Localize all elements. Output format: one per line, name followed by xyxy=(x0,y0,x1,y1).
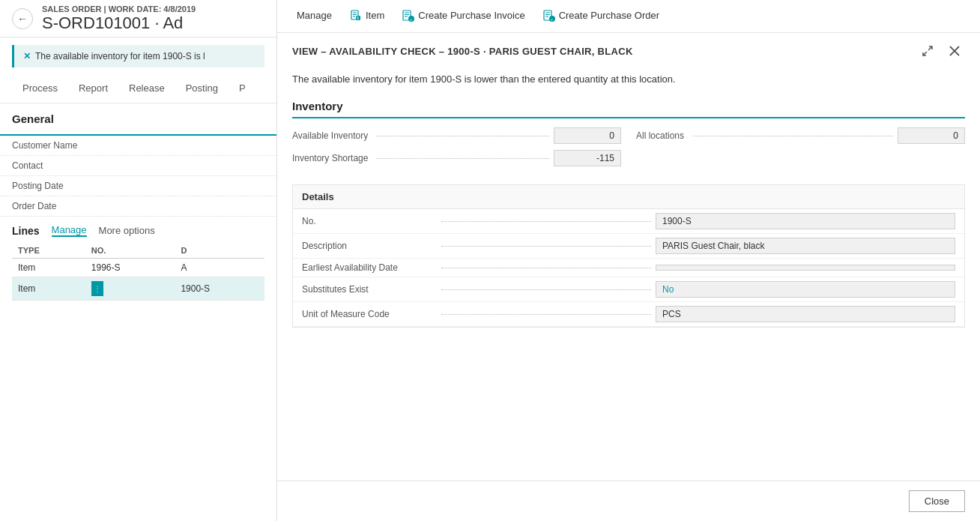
page-title: S-ORD101001 · Ad xyxy=(42,13,196,33)
col-no: NO. xyxy=(85,243,175,259)
detail-substitutes-value[interactable]: No xyxy=(656,281,955,298)
detail-no-field: No. 1900-S xyxy=(293,209,964,234)
invoice-icon: + xyxy=(402,10,414,22)
inventory-fields: Available Inventory 0 All locations 0 In… xyxy=(292,127,965,166)
item-icon: $ xyxy=(350,10,362,22)
inventory-shortage-label: Inventory Shortage xyxy=(292,153,368,163)
modal-title: VIEW – AVAILABILITY CHECK – 1900-S · PAR… xyxy=(292,46,633,57)
detail-earliest-avail-value xyxy=(656,265,955,271)
toolbar-create-purchase-order[interactable]: + Create Purchase Order xyxy=(536,0,667,33)
inventory-section: Inventory Available Inventory 0 All loca… xyxy=(292,100,965,166)
nav-report[interactable]: Report xyxy=(68,75,118,103)
detail-no-label: No. xyxy=(302,216,437,226)
col-type: TYPE xyxy=(12,243,85,259)
detail-description-label: Description xyxy=(302,241,437,251)
detail-uom-label: Unit of Measure Code xyxy=(302,309,437,319)
detail-substitutes-field: Substitutes Exist No xyxy=(293,277,964,302)
toolbar-manage[interactable]: Manage xyxy=(289,0,339,33)
posting-date-field: Posting Date xyxy=(0,176,276,196)
manage-label: Manage xyxy=(297,10,332,21)
modal-header: VIEW – AVAILABILITY CHECK – 1900-S · PAR… xyxy=(277,33,980,66)
row2-type: Item xyxy=(12,277,85,301)
modal-footer: Close xyxy=(277,481,980,521)
lines-section: Lines Manage More options TYPE NO. D Ite… xyxy=(0,217,276,308)
inventory-title: Inventory xyxy=(292,100,965,118)
create-purchase-invoice-label: Create Purchase Invoice xyxy=(418,10,524,21)
detail-uom-value: PCS xyxy=(656,306,955,322)
row1-no: 1996-S xyxy=(85,259,175,277)
details-section: Details No. 1900-S Description PARIS Gue… xyxy=(292,184,965,328)
available-inventory-label: Available Inventory xyxy=(292,130,368,141)
field-dots xyxy=(377,158,549,159)
availability-check-modal: Manage $ Item xyxy=(277,0,980,521)
detail-description-field: Description PARIS Guest Chair, black xyxy=(293,234,964,259)
order-date-field: Order Date xyxy=(0,196,276,217)
field-dots xyxy=(377,136,549,136)
table-row[interactable]: Item ⋮ 1900-S xyxy=(12,277,264,301)
customer-name-field: Customer Name xyxy=(0,136,276,156)
inventory-shortage-field: Inventory Shortage -115 xyxy=(292,150,621,166)
contact-field: Contact xyxy=(0,156,276,176)
col-d: D xyxy=(175,243,264,259)
all-locations-value: 0 xyxy=(898,127,965,144)
svg-text:+: + xyxy=(410,16,413,21)
context-menu-icon[interactable]: ⋮ xyxy=(91,281,103,296)
detail-description-value: PARIS Guest Chair, black xyxy=(656,238,955,254)
table-row[interactable]: Item 1996-S A xyxy=(12,259,264,277)
field-dots xyxy=(693,136,893,136)
details-box: Details No. 1900-S Description PARIS Gue… xyxy=(292,184,965,328)
order-icon: + xyxy=(543,10,555,22)
create-purchase-order-label: Create Purchase Order xyxy=(559,10,659,21)
row2-no: 1900-S xyxy=(175,277,264,301)
expand-button[interactable] xyxy=(917,40,938,61)
page-nav: Process Report Release Posting P xyxy=(0,75,276,103)
notification-bar: ✕ The available inventory for item 1900-… xyxy=(12,45,264,67)
available-inventory-field: Available Inventory 0 xyxy=(292,127,621,144)
row1-type: Item xyxy=(12,259,85,277)
back-button[interactable]: ← xyxy=(12,8,33,29)
close-modal-button[interactable] xyxy=(944,40,965,61)
nav-release[interactable]: Release xyxy=(118,75,175,103)
row2-dot-menu[interactable]: ⋮ xyxy=(85,277,175,301)
details-title: Details xyxy=(293,185,964,209)
nav-process[interactable]: Process xyxy=(12,75,68,103)
detail-earliest-avail-field: Earliest Availability Date xyxy=(293,259,964,277)
detail-earliest-avail-label: Earliest Availability Date xyxy=(302,262,437,273)
general-section-title: General xyxy=(0,103,276,136)
row1-d: A xyxy=(175,259,264,277)
all-locations-label: All locations xyxy=(636,130,684,141)
lines-table: TYPE NO. D Item 1996-S A Item ⋮ 1900-S xyxy=(12,243,264,301)
svg-text:$: $ xyxy=(357,16,359,20)
detail-uom-field: Unit of Measure Code PCS xyxy=(293,302,964,327)
all-locations-field: All locations 0 xyxy=(636,127,965,144)
topbar: ← SALES ORDER | WORK DATE: 4/8/2019 S-OR… xyxy=(0,0,276,37)
toolbar-create-purchase-invoice[interactable]: + Create Purchase Invoice xyxy=(395,0,532,33)
page-subtitle: SALES ORDER | WORK DATE: 4/8/2019 xyxy=(42,4,196,13)
close-button[interactable]: Close xyxy=(909,490,965,512)
nav-posting[interactable]: Posting xyxy=(175,75,229,103)
svg-text:+: + xyxy=(551,16,554,21)
lines-tab-more[interactable]: More options xyxy=(99,225,155,236)
inventory-shortage-value: -115 xyxy=(554,150,621,166)
detail-no-value: 1900-S xyxy=(656,213,955,229)
available-inventory-value: 0 xyxy=(554,127,621,144)
modal-toolbar: Manage $ Item xyxy=(277,0,980,33)
toolbar-item[interactable]: $ Item xyxy=(342,0,392,33)
notification-text: The available inventory for item 1900-S … xyxy=(35,51,205,61)
item-label: Item xyxy=(366,10,384,21)
detail-substitutes-label: Substitutes Exist xyxy=(302,284,437,295)
info-message: The available inventory for item 1900-S … xyxy=(292,73,965,85)
lines-title: Lines xyxy=(12,225,40,237)
lines-tab-manage[interactable]: Manage xyxy=(52,224,87,237)
modal-body: The available inventory for item 1900-S … xyxy=(277,66,980,481)
nav-more[interactable]: P xyxy=(229,75,256,103)
